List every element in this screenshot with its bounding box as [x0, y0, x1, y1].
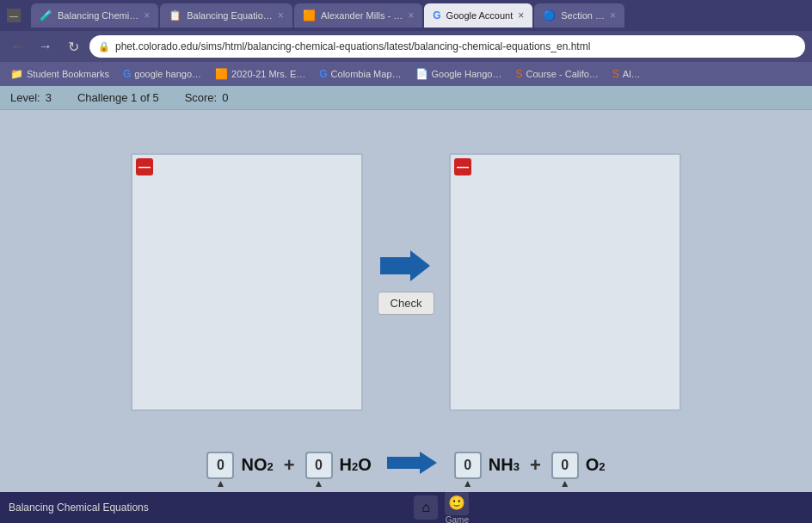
product-coeff2-value: 0: [561, 458, 569, 473]
forward-button[interactable]: →: [34, 35, 57, 58]
molecule-o2: O2: [586, 455, 606, 475]
svg-marker-1: [387, 452, 437, 474]
tab1-close[interactable]: ×: [144, 9, 150, 22]
boxes-row: — Check —: [17, 117, 795, 446]
bookmark-colombia-icon: G: [319, 68, 327, 80]
score-value: 0: [222, 91, 228, 104]
product-box: —: [449, 153, 681, 411]
tab-alexander[interactable]: 🟧 Alexander Mills - … ×: [294, 3, 422, 28]
tabs-bar: 🧪 Balancing Chemi… × 📋 Balancing Equatio…: [31, 3, 805, 28]
product-coeff1-value: 0: [464, 458, 471, 473]
bookmark-al[interactable]: S Al…: [609, 66, 644, 82]
arrow-svg: [380, 249, 432, 283]
tab2-label: Balancing Equatio…: [187, 10, 273, 21]
product-minus-button[interactable]: —: [454, 158, 471, 175]
product-coeff1-box: 0 ▲: [454, 452, 482, 479]
tab3-label: Alexander Mills - …: [321, 10, 403, 21]
h2o-sub: 2: [352, 460, 358, 473]
tab3-close[interactable]: ×: [408, 9, 414, 22]
equation-row: 0 ▲ NO2 + 0 ▲ H2O: [206, 450, 605, 480]
nh3-sub: 3: [514, 460, 520, 473]
tab2-close[interactable]: ×: [278, 9, 284, 22]
tab-balancing-chem[interactable]: 🧪 Balancing Chemi… ×: [31, 3, 158, 28]
refresh-button[interactable]: ↻: [62, 35, 84, 58]
molecule-no2: NO2: [241, 455, 273, 475]
taskbar-game-icon[interactable]: 🙂: [445, 491, 469, 515]
check-label: Check: [391, 297, 422, 310]
challenge-label: Challenge 1 of 5: [77, 91, 159, 104]
reactant-coeff1-box: 0 ▲: [206, 452, 234, 479]
eq-arrow-svg: [387, 450, 439, 476]
tab5-close[interactable]: ×: [610, 9, 616, 22]
level-label: Level:: [10, 91, 40, 104]
tab5-label: Section …: [561, 10, 605, 21]
bookmark-colombia[interactable]: G Colombia Map…: [316, 66, 404, 82]
product-coeff1-uparrow[interactable]: ▲: [463, 477, 473, 489]
o2-o: O: [586, 455, 600, 475]
tab-balancing-eq[interactable]: 📋 Balancing Equatio… ×: [160, 3, 292, 28]
svg-marker-0: [380, 250, 430, 281]
no2-n: N: [241, 455, 253, 475]
reactant-coeff2-box: 0 ▲: [305, 452, 333, 479]
lock-icon: 🔒: [98, 41, 110, 52]
bookmark-course[interactable]: S Course - Califo…: [512, 66, 601, 82]
tab4-close[interactable]: ×: [518, 9, 524, 22]
tab-google-account[interactable]: G Google Account ×: [424, 3, 532, 28]
reactant-coeff1-uparrow[interactable]: ▲: [215, 477, 225, 489]
bookmark-student[interactable]: 📁 Student Bookmarks: [7, 66, 113, 82]
bookmark-ghango2-icon: 📄: [415, 68, 428, 80]
level-item: Level: 3: [10, 91, 52, 104]
reactant-box: —: [131, 153, 363, 411]
address-text: phet.colorado.edu/sims/html/balancing-ch…: [115, 40, 590, 52]
tab1-label: Balancing Chemi…: [58, 10, 138, 21]
address-bar[interactable]: 🔒 phet.colorado.edu/sims/html/balancing-…: [89, 35, 805, 58]
bookmark-2020[interactable]: 🟧 2020-21 Mrs. E…: [212, 66, 309, 82]
reactant-coeff2-uparrow[interactable]: ▲: [314, 477, 324, 489]
score-item: Score: 0: [185, 91, 229, 104]
level-value: 3: [46, 91, 52, 104]
tab4-icon: G: [433, 9, 440, 22]
tab4-label: Google Account: [446, 10, 514, 21]
taskbar-app-label: Balancing Chemical Equations: [9, 501, 149, 514]
window-controls: —: [7, 9, 21, 22]
big-arrow: [380, 249, 432, 283]
arrow-check-container: Check: [363, 249, 449, 315]
bookmark-ghango2-label: Google Hango…: [432, 69, 502, 79]
h2o-h: H: [340, 455, 352, 475]
sim-area: — Check —: [0, 110, 812, 492]
taskbar: Balancing Chemical Equations ⌂ 🙂 Game: [0, 492, 812, 523]
check-button[interactable]: Check: [378, 292, 435, 315]
reactant-minus-icon: —: [138, 160, 151, 174]
back-button[interactable]: ←: [7, 35, 29, 58]
bookmarks-bar: 📁 Student Bookmarks G google hango… 🟧 20…: [0, 62, 812, 86]
nh3-n: N: [489, 455, 501, 475]
taskbar-game-label: Game: [446, 515, 469, 524]
bookmark-al-icon: S: [612, 68, 619, 80]
product-coeff2-uparrow[interactable]: ▲: [560, 477, 570, 489]
browser-chrome: — 🧪 Balancing Chemi… × 📋 Balancing Equat…: [0, 0, 812, 86]
reactant-coeff2-value: 0: [315, 458, 323, 473]
reactant-minus-button[interactable]: —: [136, 158, 153, 175]
tab-section[interactable]: 🔵 Section … ×: [534, 3, 624, 28]
bookmark-student-icon: 📁: [10, 68, 23, 80]
no2-sub: 2: [267, 460, 273, 473]
reactant-coeff1-value: 0: [217, 458, 225, 473]
taskbar-home-icon[interactable]: ⌂: [414, 495, 438, 520]
molecule-nh3: NH3: [489, 455, 520, 475]
nh3-h: H: [501, 455, 513, 475]
level-bar: Level: 3 Challenge 1 of 5 Score: 0: [0, 86, 812, 110]
title-bar: — 🧪 Balancing Chemi… × 📋 Balancing Equat…: [0, 0, 812, 31]
bookmark-student-label: Student Bookmarks: [27, 69, 109, 79]
bookmark-ghango-label: google hango…: [134, 69, 201, 79]
taskbar-game-group: 🙂 Game: [445, 491, 469, 524]
product-coeff2-box: 0 ▲: [551, 452, 579, 479]
bookmark-google-hango2[interactable]: 📄 Google Hango…: [412, 66, 506, 82]
challenge-item: Challenge 1 of 5: [77, 91, 159, 104]
win-close[interactable]: —: [7, 9, 21, 22]
bookmark-2020-label: 2020-21 Mrs. E…: [231, 69, 305, 79]
tab5-icon: 🔵: [543, 9, 556, 22]
app-area: Level: 3 Challenge 1 of 5 Score: 0 —: [0, 86, 812, 523]
bookmark-google-hango[interactable]: G google hango…: [120, 66, 205, 82]
equation-arrow: [387, 450, 439, 480]
no2-o: O: [254, 455, 268, 475]
